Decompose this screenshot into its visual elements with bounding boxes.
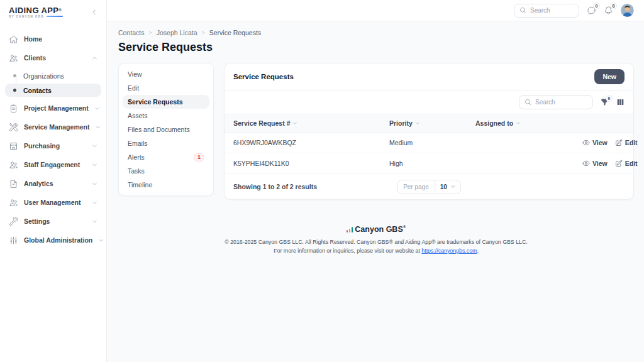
view-action[interactable]: View <box>582 139 608 146</box>
sidebar-collapse-button[interactable] <box>89 8 99 17</box>
app-logo-subtitle: BY CANYON GBS <box>9 15 44 18</box>
table-search[interactable] <box>519 95 593 109</box>
app-logo-title: AIDING APP <box>9 6 58 15</box>
subnav-item-timeline[interactable]: Timeline <box>123 178 209 192</box>
global-search[interactable] <box>514 4 579 18</box>
logo-underline <box>47 16 63 17</box>
chevron-down-icon <box>94 106 100 111</box>
bar-chart-icon <box>347 227 353 234</box>
chevron-up-icon <box>92 55 97 61</box>
bullet-icon <box>13 74 16 77</box>
column-header-priority[interactable]: Priority <box>389 119 475 127</box>
main-content: Contacts > Joseph Licata > Service Reque… <box>107 21 644 362</box>
registered-mark: ® <box>403 225 406 229</box>
subnav-item-files-and-documents[interactable]: Files and Documents <box>123 123 209 136</box>
breadcrumb-contacts[interactable]: Contacts <box>118 29 144 36</box>
eye-icon <box>582 160 590 167</box>
sidebar-item-staff-engagement[interactable]: Staff Engagement <box>5 157 101 172</box>
sidebar-item-home[interactable]: Home <box>5 31 101 47</box>
document-icon <box>9 179 18 189</box>
page-footer: Canyon GBS® © 2016-2025 Canyon GBS LLC. … <box>118 225 634 255</box>
user-group-icon <box>9 198 18 207</box>
sidebar-item-settings[interactable]: Settings <box>5 214 101 229</box>
user-group-icon <box>9 53 18 63</box>
new-button[interactable]: New <box>594 69 625 84</box>
user-avatar[interactable] <box>621 4 634 17</box>
edit-action[interactable]: Edit <box>615 160 638 167</box>
sidebar-header: AIDING APP® BY CANYON GBS <box>0 0 106 21</box>
chat-count-badge: 0 <box>593 3 600 9</box>
sidebar-item-global-administration[interactable]: Global Administration <box>5 233 101 248</box>
canyongbs-link[interactable]: https://canyongbs.com <box>421 248 477 254</box>
subnav-item-service-requests[interactable]: Service Requests <box>123 95 209 109</box>
chevron-down-icon <box>95 124 101 130</box>
breadcrumb-joseph-licata[interactable]: Joseph Licata <box>157 29 197 36</box>
sidebar-item-purchasing[interactable]: Purchasing <box>5 138 101 153</box>
sidebar-item-service-management[interactable]: Service Management <box>5 119 101 134</box>
notifications-count-badge: 8 <box>610 3 617 9</box>
filter-button[interactable]: 0 <box>601 98 609 106</box>
storefront-icon <box>9 141 18 151</box>
alerts-count-badge: 1 <box>194 153 204 162</box>
view-columns-icon <box>616 98 625 106</box>
per-page-value: 10 <box>440 184 447 190</box>
sidebar-item-user-management[interactable]: User Management <box>5 195 101 210</box>
per-page-select[interactable]: Per page 10 <box>397 180 461 194</box>
search-icon <box>519 7 526 14</box>
registered-mark: ® <box>58 8 62 12</box>
column-header-service-request[interactable]: Service Request # <box>233 119 389 127</box>
wrench-screwdriver-icon <box>9 123 18 132</box>
subnav-item-view[interactable]: View <box>123 67 209 81</box>
adjustments-icon <box>9 236 18 245</box>
subnav-item-edit[interactable]: Edit <box>123 81 209 95</box>
sidebar-item-organizations[interactable]: Organizations <box>5 69 101 82</box>
sidebar-item-analytics[interactable]: Analytics <box>5 176 101 191</box>
eye-icon <box>582 139 590 146</box>
sort-chevron-icon <box>292 121 297 126</box>
notifications-button[interactable]: 8 <box>604 6 613 15</box>
clipboard-icon <box>9 104 18 113</box>
sidebar-item-clients[interactable]: Clients <box>5 50 101 65</box>
sidebar: AIDING APP® BY CANYON GBS Home Clients <box>0 0 107 362</box>
avatar-photo <box>621 4 634 17</box>
breadcrumb-separator: > <box>148 30 152 36</box>
chevron-down-icon <box>98 238 104 243</box>
table-footer: Showing 1 to 2 of 2 results Per page 10 <box>225 174 633 199</box>
copyright-text: © 2016-2025 Canyon GBS LLC. All Rights R… <box>220 238 533 255</box>
sort-chevron-icon <box>516 121 521 126</box>
home-icon <box>9 35 18 44</box>
toggle-columns-button[interactable] <box>616 98 625 106</box>
sidebar-item-project-management[interactable]: Project Management <box>5 101 101 116</box>
filter-count-badge: 0 <box>606 95 613 102</box>
column-header-assigned-to[interactable]: Assigned to <box>475 119 582 127</box>
table-header-row: Service Request # Priority Assigned to <box>225 114 633 133</box>
cell-service-request-number: K5YPHEI4DK11K0 <box>233 160 389 167</box>
table-row[interactable]: 6HX9WRJ0AWKBQZ Medium View Edit <box>225 133 633 153</box>
sidebar-item-contacts[interactable]: Contacts <box>5 84 101 97</box>
clients-subgroup: Organizations Contacts <box>5 69 101 97</box>
sort-chevron-icon <box>415 121 420 126</box>
panel-title: Service Requests <box>233 73 294 80</box>
table-row[interactable]: K5YPHEI4DK11K0 High View Edit <box>225 153 633 174</box>
global-search-input[interactable] <box>530 7 574 14</box>
cell-priority: High <box>389 160 475 167</box>
topbar: 0 8 <box>107 0 644 21</box>
subnav-item-alerts[interactable]: Alerts 1 <box>123 150 209 164</box>
subnav-item-emails[interactable]: Emails <box>123 136 209 150</box>
table-search-input[interactable] <box>535 99 587 106</box>
per-page-label: Per page <box>397 180 435 194</box>
view-action[interactable]: View <box>582 160 608 167</box>
breadcrumb: Contacts > Joseph Licata > Service Reque… <box>118 29 634 36</box>
subnav-item-assets[interactable]: Assets <box>123 109 209 123</box>
edit-action[interactable]: Edit <box>615 139 638 146</box>
chevron-down-icon <box>92 143 97 149</box>
app-logo: AIDING APP® BY CANYON GBS <box>9 6 63 18</box>
subnav-item-tasks[interactable]: Tasks <box>123 164 209 178</box>
chevron-down-icon <box>92 219 97 224</box>
chat-button[interactable]: 0 <box>587 6 596 15</box>
page-title: Service Requests <box>118 41 634 54</box>
chevron-down-icon <box>92 181 97 187</box>
user-group-icon <box>9 160 18 170</box>
bullet-icon <box>13 89 16 92</box>
cell-priority: Medium <box>389 139 475 146</box>
